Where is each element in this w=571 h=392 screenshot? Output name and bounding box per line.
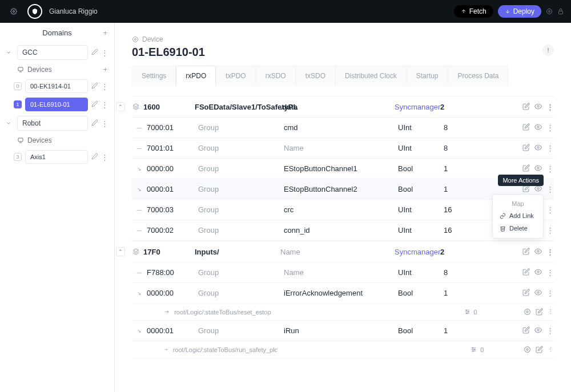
- more-button[interactable]: ⋮: [546, 268, 554, 277]
- more-button[interactable]: ⋮: [546, 164, 554, 173]
- entry-type: Bool: [398, 164, 444, 173]
- add-domain-button[interactable]: +: [103, 29, 107, 37]
- edit-button[interactable]: [91, 49, 98, 57]
- domain-box[interactable]: GCC: [17, 45, 88, 60]
- tab-startup[interactable]: Startup: [407, 66, 448, 86]
- more-button[interactable]: ⋮: [546, 326, 554, 335]
- view-button[interactable]: [534, 103, 542, 111]
- pdo-entry-row[interactable]: — 7000:02 Group conn_id UInt 16 ⋮: [132, 220, 554, 241]
- pdo-entry-row[interactable]: ↘ 0000:01 Group iRun Bool 1 ⋮: [132, 321, 554, 341]
- more-button[interactable]: ⋮: [101, 119, 108, 128]
- edit-button[interactable]: [536, 346, 543, 353]
- tab-rxsdo[interactable]: rxSDO: [256, 66, 296, 86]
- pdo-entry-row[interactable]: — 7001:01 Group Name UInt 8 ⋮: [132, 138, 554, 159]
- edit-button[interactable]: [91, 119, 98, 128]
- pdo-entry-row[interactable]: — 7000:03 Group crc UInt 16 ⋮: [132, 200, 554, 220]
- device-item[interactable]: Axis1: [25, 150, 88, 164]
- more-button[interactable]: ⋮: [101, 153, 108, 161]
- tab-distributed-clock[interactable]: Distributed Clock: [335, 66, 407, 86]
- entry-sm: 1: [444, 164, 467, 173]
- collapse-toggle[interactable]: ⌃: [116, 247, 125, 256]
- pdo-entry-row[interactable]: ↘ 0000:00 Group iErrorAcknowledgement Bo…: [132, 283, 554, 304]
- view-button[interactable]: [534, 123, 542, 132]
- edit-button[interactable]: [522, 103, 530, 111]
- add-device-button[interactable]: +: [103, 66, 107, 74]
- link-icon: [500, 213, 506, 219]
- view-button[interactable]: [534, 326, 542, 335]
- popover-delete[interactable]: Delete: [493, 222, 543, 235]
- view-button[interactable]: [534, 289, 542, 297]
- more-button[interactable]: ⋮: [546, 205, 554, 214]
- more-button[interactable]: ⋮: [101, 100, 108, 109]
- popover-add-link[interactable]: Add Link: [493, 209, 543, 222]
- header-lock-icon[interactable]: [557, 8, 564, 15]
- more-button[interactable]: ⋮: [546, 248, 554, 256]
- tab-rxpdo[interactable]: rxPDO: [176, 66, 216, 86]
- edit-button[interactable]: [522, 144, 530, 152]
- edit-button[interactable]: [522, 289, 530, 297]
- edit-button[interactable]: [91, 100, 98, 109]
- tooltip-more-actions: More Actions: [498, 175, 544, 186]
- tab-txsdo[interactable]: txSDO: [296, 66, 335, 86]
- more-button[interactable]: ⋮: [546, 103, 554, 111]
- view-button[interactable]: [534, 248, 542, 256]
- edit-button[interactable]: [91, 82, 98, 91]
- collapse-toggle[interactable]: ⌃: [116, 102, 125, 111]
- svg-marker-18: [133, 249, 139, 252]
- edit-button[interactable]: [522, 268, 530, 277]
- row-arrow: ↘: [132, 166, 147, 172]
- more-button[interactable]: ⋮: [546, 289, 554, 297]
- entry-sm: 1: [444, 326, 467, 335]
- tab-process-data[interactable]: Process Data: [448, 66, 508, 86]
- more-button[interactable]: ⋮: [546, 123, 554, 132]
- group-path: Inputs/: [195, 248, 280, 256]
- more-button[interactable]: ⋮: [101, 82, 108, 91]
- chevron-down-icon: [6, 120, 11, 126]
- settings-gear-button[interactable]: [7, 5, 21, 18]
- link-settings-button[interactable]: [524, 346, 531, 353]
- fetch-label: Fetch: [469, 7, 486, 15]
- tab-txpdo[interactable]: txPDO: [216, 66, 255, 86]
- edit-button[interactable]: [536, 308, 543, 316]
- pdo-entry-row[interactable]: ↘ 0000:01 Group EStopButtonChannel2 Bool…: [132, 179, 554, 200]
- domain-toggle[interactable]: [6, 120, 14, 126]
- svg-point-8: [135, 39, 136, 41]
- more-button[interactable]: ⋮: [546, 185, 554, 193]
- view-button[interactable]: [534, 144, 542, 152]
- device-item[interactable]: 01-EL6910-01: [25, 98, 88, 111]
- entry-sm: 8: [444, 144, 467, 152]
- view-button[interactable]: [534, 164, 542, 173]
- entry-name: iErrorAcknowledgement: [284, 289, 398, 297]
- more-button[interactable]: ⋮: [548, 308, 554, 316]
- header-settings-icon[interactable]: [546, 8, 553, 15]
- more-button[interactable]: ⋮: [546, 144, 554, 152]
- domain-toggle[interactable]: [6, 50, 14, 55]
- more-button[interactable]: ⋮: [101, 49, 108, 57]
- device-item[interactable]: 00-EK1914-01: [25, 79, 88, 93]
- edit-button[interactable]: [522, 326, 530, 335]
- fetch-button[interactable]: Fetch: [454, 5, 493, 18]
- row-arrow: ↘: [132, 290, 147, 296]
- tab-settings[interactable]: Settings: [132, 66, 176, 86]
- link-settings-button[interactable]: [524, 308, 531, 316]
- more-button[interactable]: ⋮: [548, 346, 554, 353]
- domain-box[interactable]: Robot: [17, 116, 88, 131]
- svg-point-21: [537, 292, 539, 293]
- edit-button[interactable]: [522, 185, 530, 193]
- info-badge[interactable]: !: [542, 45, 554, 56]
- entry-type: Bool: [398, 326, 444, 335]
- entry-index: 7001:01: [147, 144, 198, 152]
- view-button[interactable]: [534, 268, 542, 277]
- edit-button[interactable]: [522, 123, 530, 132]
- more-button[interactable]: ⋮: [546, 226, 554, 235]
- pdo-entry-row[interactable]: — 7000:01 Group cmd UInt 8 ⋮: [132, 118, 554, 138]
- view-button[interactable]: [534, 185, 542, 193]
- pdo-entry-row[interactable]: — F788:00 Group Name UInt 8 ⋮: [132, 262, 554, 283]
- deploy-button[interactable]: Deploy: [498, 5, 541, 18]
- edit-button[interactable]: [522, 248, 530, 256]
- edit-button[interactable]: [91, 153, 98, 161]
- app-logo[interactable]: [27, 4, 42, 19]
- pdo-entry-row[interactable]: ↘ 0000:00 Group EStopButtonChannel1 Bool…: [132, 159, 554, 179]
- edit-button[interactable]: [522, 164, 530, 173]
- trash-icon: [500, 225, 506, 232]
